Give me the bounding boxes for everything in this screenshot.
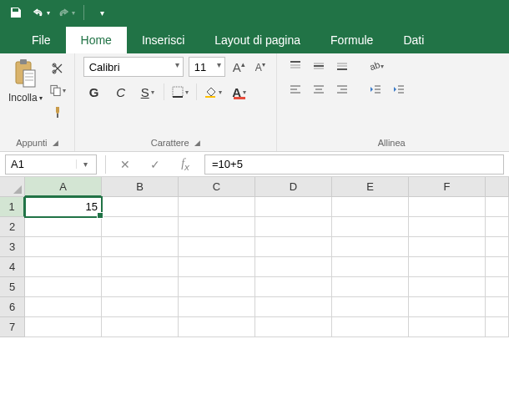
cell[interactable]: [255, 217, 332, 237]
clipboard-launcher[interactable]: ◢: [53, 139, 58, 147]
cell[interactable]: [25, 277, 102, 297]
cell[interactable]: [332, 237, 409, 257]
cell[interactable]: [486, 297, 509, 317]
formula-input[interactable]: [204, 154, 504, 175]
cell[interactable]: [332, 297, 409, 317]
align-bottom-button[interactable]: [332, 57, 352, 75]
cell[interactable]: [25, 317, 102, 337]
increase-font-button[interactable]: A▴: [230, 60, 248, 74]
underline-button[interactable]: S▾: [137, 82, 159, 102]
italic-button[interactable]: C: [110, 82, 132, 102]
cell[interactable]: [179, 237, 255, 257]
column-header[interactable]: [486, 177, 509, 197]
font-launcher[interactable]: ◢: [194, 139, 200, 147]
bold-button[interactable]: G: [83, 82, 105, 102]
borders-button[interactable]: ▾: [169, 82, 191, 102]
font-name-select[interactable]: [83, 57, 184, 77]
format-painter-button[interactable]: [49, 104, 66, 120]
tab-page-layout[interactable]: Layout di pagina: [199, 27, 315, 53]
insert-function-button[interactable]: fx: [174, 155, 196, 174]
cell[interactable]: [255, 277, 332, 297]
cell[interactable]: [255, 257, 332, 277]
align-center-button[interactable]: [309, 80, 329, 99]
column-header[interactable]: B: [102, 177, 179, 197]
cell[interactable]: [332, 317, 409, 337]
column-header[interactable]: A: [25, 177, 102, 197]
cell[interactable]: [102, 237, 179, 257]
decrease-indent-button[interactable]: [365, 80, 386, 99]
column-header[interactable]: D: [255, 177, 332, 197]
cut-button[interactable]: [49, 60, 66, 77]
cell[interactable]: [409, 257, 486, 277]
tab-insert[interactable]: Inserisci: [127, 27, 199, 53]
cancel-formula-button[interactable]: ✕: [114, 155, 136, 174]
cell[interactable]: [486, 217, 509, 237]
cell[interactable]: [179, 217, 255, 237]
row-header[interactable]: 1: [0, 197, 25, 217]
cell[interactable]: [179, 317, 255, 337]
cell[interactable]: [486, 197, 509, 217]
cell[interactable]: [409, 317, 486, 337]
fill-color-button[interactable]: ▾: [202, 82, 224, 102]
tab-formulas[interactable]: Formule: [315, 27, 388, 53]
name-box[interactable]: [6, 158, 76, 170]
align-top-button[interactable]: [285, 57, 305, 75]
font-size-select[interactable]: [189, 57, 225, 77]
cell[interactable]: [255, 197, 332, 217]
cell[interactable]: [25, 237, 102, 257]
row-header[interactable]: 3: [0, 237, 25, 257]
cell[interactable]: [255, 317, 332, 337]
cell[interactable]: [486, 317, 509, 337]
copy-button[interactable]: ▾: [49, 82, 66, 99]
cell[interactable]: [102, 217, 179, 237]
cell[interactable]: [179, 257, 255, 277]
row-header[interactable]: 7: [0, 317, 25, 337]
increase-indent-button[interactable]: [389, 80, 409, 99]
cell[interactable]: [332, 277, 409, 297]
paste-label[interactable]: Incolla ▾: [8, 92, 43, 104]
cell[interactable]: [486, 257, 509, 277]
cell[interactable]: [332, 217, 409, 237]
align-middle-button[interactable]: [309, 57, 329, 75]
row-header[interactable]: 4: [0, 257, 25, 277]
paste-button[interactable]: [11, 57, 39, 90]
cell[interactable]: [409, 277, 486, 297]
cell[interactable]: [486, 277, 509, 297]
align-left-button[interactable]: [285, 80, 305, 99]
select-all-corner[interactable]: [0, 177, 25, 197]
tab-data[interactable]: Dati: [388, 27, 439, 53]
cell[interactable]: [409, 197, 486, 217]
name-box-dropdown[interactable]: ▾: [76, 159, 94, 169]
row-header[interactable]: 6: [0, 297, 25, 317]
cell[interactable]: [179, 277, 255, 297]
tab-home[interactable]: Home: [66, 27, 127, 53]
cell[interactable]: [102, 197, 179, 217]
align-right-button[interactable]: [332, 80, 352, 99]
decrease-font-button[interactable]: A▾: [253, 61, 268, 73]
undo-button[interactable]: ▾: [30, 3, 52, 23]
cell[interactable]: [409, 217, 486, 237]
cell[interactable]: 15: [25, 197, 102, 217]
cell[interactable]: [179, 297, 255, 317]
save-button[interactable]: [5, 3, 27, 23]
column-header[interactable]: C: [179, 177, 255, 197]
cell[interactable]: [255, 297, 332, 317]
row-header[interactable]: 2: [0, 217, 25, 237]
tab-file[interactable]: File: [17, 27, 66, 53]
cell[interactable]: [179, 197, 255, 217]
cell[interactable]: [332, 257, 409, 277]
cell[interactable]: [486, 237, 509, 257]
customize-qat-button[interactable]: ▾: [91, 3, 113, 23]
cell[interactable]: [332, 197, 409, 217]
cell[interactable]: [25, 217, 102, 237]
enter-formula-button[interactable]: ✓: [144, 155, 166, 174]
cell[interactable]: [102, 257, 179, 277]
redo-button[interactable]: ▾: [55, 3, 77, 23]
row-header[interactable]: 5: [0, 277, 25, 297]
font-color-button[interactable]: A ▾: [229, 82, 250, 102]
cell[interactable]: [409, 297, 486, 317]
cell[interactable]: [25, 257, 102, 277]
column-header[interactable]: E: [332, 177, 409, 197]
column-header[interactable]: F: [409, 177, 486, 197]
cell[interactable]: [102, 277, 179, 297]
